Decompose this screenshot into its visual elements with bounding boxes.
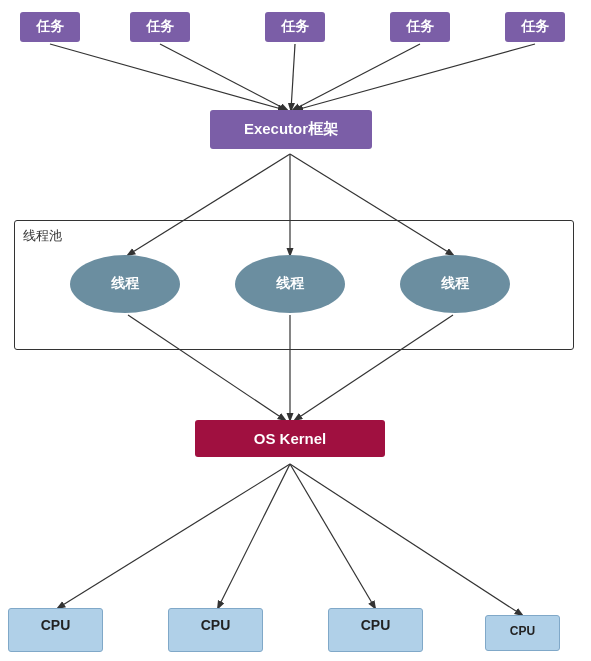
task-4: 任务 [390,12,450,42]
kernel-box: OS Kernel [195,420,385,457]
svg-line-0 [50,44,285,110]
task-2: 任务 [130,12,190,42]
thread-1: 线程 [70,255,180,313]
task-1: 任务 [20,12,80,42]
thread-pool-label: 线程池 [23,227,62,245]
cpu-2: CPU [168,608,263,652]
svg-line-4 [296,44,535,110]
cpu-1: CPU [8,608,103,652]
thread-2: 线程 [235,255,345,313]
task-3: 任务 [265,12,325,42]
cpu-4: CPU [485,615,560,651]
svg-line-14 [290,464,522,615]
diagram: 任务 任务 任务 任务 任务 Executor框架 线程池 线程 线程 线程 O… [0,0,591,661]
task-5: 任务 [505,12,565,42]
svg-line-12 [218,464,290,608]
svg-line-13 [290,464,375,608]
cpu-3: CPU [328,608,423,652]
svg-line-2 [291,44,295,110]
thread-3: 线程 [400,255,510,313]
svg-line-3 [293,44,420,110]
svg-line-1 [160,44,287,110]
executor-box: Executor框架 [210,110,372,149]
svg-line-11 [58,464,290,608]
